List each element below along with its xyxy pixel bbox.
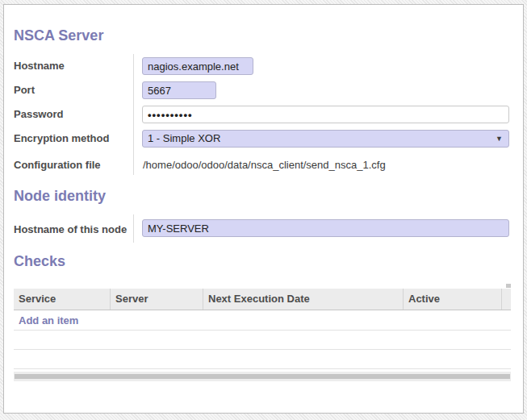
- scrollbar-corner: [506, 284, 511, 288]
- checks-table-header: Service Server Next Execution Date Activ…: [14, 289, 511, 310]
- label-column-separator: [133, 54, 134, 175]
- port-label: Port: [14, 84, 35, 96]
- section-title-node-identity: Node identity: [14, 188, 106, 205]
- hostname-label: Hostname: [14, 60, 65, 72]
- node-hostname-input[interactable]: [142, 219, 509, 237]
- section-title-nsca-server: NSCA Server: [14, 27, 103, 44]
- label-column-separator: [133, 214, 134, 243]
- password-label: Password: [14, 108, 63, 120]
- column-header-next-execution-date[interactable]: Next Execution Date: [203, 289, 404, 310]
- hostname-input[interactable]: [142, 57, 253, 75]
- table-row-empty: [14, 350, 511, 369]
- checks-table: Service Server Next Execution Date Activ…: [14, 289, 511, 369]
- column-header-active[interactable]: Active: [404, 289, 502, 310]
- add-an-item-link[interactable]: Add an item: [19, 314, 78, 326]
- column-header-service[interactable]: Service: [14, 289, 111, 310]
- table-row-empty: [14, 331, 511, 350]
- encryption-method-label: Encryption method: [14, 132, 109, 144]
- chevron-down-icon: ▼: [496, 135, 503, 143]
- password-input[interactable]: [142, 106, 509, 123]
- column-header-server[interactable]: Server: [111, 289, 203, 310]
- table-row-add: Add an item: [14, 310, 511, 331]
- configuration-file-label: Configuration file: [14, 159, 101, 171]
- section-title-checks: Checks: [14, 253, 65, 270]
- port-input[interactable]: [142, 81, 216, 99]
- horizontal-scrollbar[interactable]: [14, 372, 511, 381]
- scrollbar-thumb[interactable]: [15, 374, 510, 379]
- configuration-file-value: /home/odoo/odoo/data/nsca_client/send_ns…: [143, 159, 386, 171]
- node-hostname-label: Hostname of this node: [14, 223, 127, 235]
- encryption-method-selected-value: 1 - Simple XOR: [148, 132, 220, 144]
- encryption-method-select[interactable]: 1 - Simple XOR ▼: [142, 130, 509, 148]
- column-header-spacer: [502, 289, 511, 310]
